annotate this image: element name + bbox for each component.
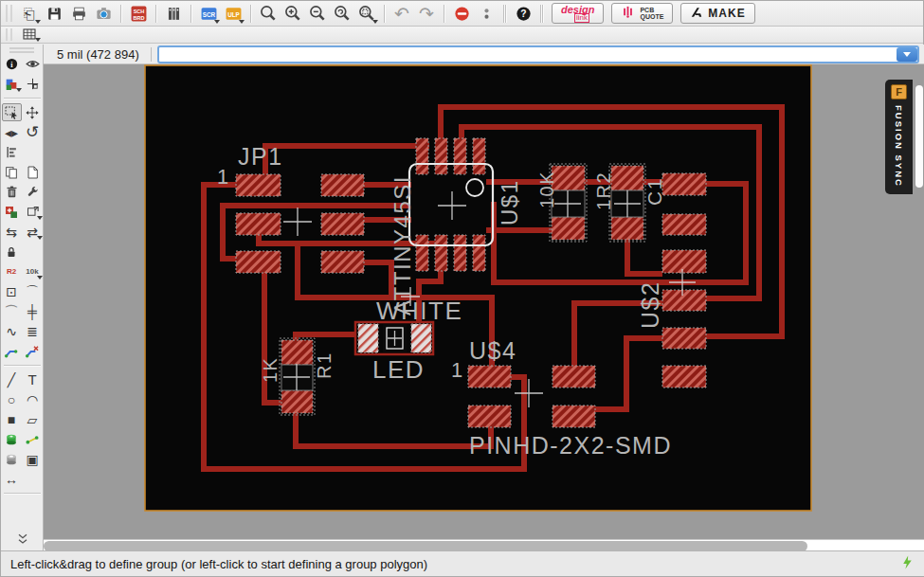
add-part-tool[interactable]: [2, 203, 22, 221]
width-tool[interactable]: ↔: [2, 470, 22, 488]
label-ic-name: ATTINY45SI: [390, 175, 415, 316]
circle-tool[interactable]: ○: [2, 390, 22, 408]
label-pinhd: PINHD-2X2-SMD: [469, 432, 672, 459]
label-u4-pin1: 1: [451, 358, 464, 382]
zoom-in-icon[interactable]: [281, 3, 304, 25]
change-tool[interactable]: [23, 183, 43, 201]
grid-toolbar-grip[interactable]: [6, 28, 12, 41]
zoom-select-icon[interactable]: [355, 3, 378, 25]
grid-icon[interactable]: [18, 27, 41, 43]
show-tool[interactable]: [23, 55, 43, 73]
split-tool[interactable]: ╪: [23, 302, 43, 320]
grid-toolbar: [1, 27, 923, 44]
redo-icon[interactable]: ↷: [415, 3, 438, 25]
svg-text:SCH: SCH: [133, 8, 144, 13]
design-link-button[interactable]: design link: [552, 3, 604, 24]
save-icon[interactable]: [43, 3, 65, 25]
zoom-out-icon[interactable]: [306, 3, 329, 25]
command-history-dropdown-icon[interactable]: [897, 47, 917, 62]
coordinate-display: 5 mil (472 894): [51, 47, 145, 62]
signal-tool[interactable]: [23, 430, 43, 448]
rotate-tool[interactable]: ↺: [23, 123, 43, 141]
label-jp1-pin1: 1: [217, 165, 230, 189]
print-icon[interactable]: [67, 3, 90, 25]
replace-tool[interactable]: [23, 203, 43, 221]
rect-tool[interactable]: ■: [2, 410, 22, 428]
status-message: Left-click&drag to define group (or left…: [10, 557, 899, 571]
export-icon[interactable]: ⎗: [18, 3, 41, 25]
pinswap-tool[interactable]: ⇆: [2, 223, 22, 241]
align-tool[interactable]: [2, 143, 22, 161]
meander-tool[interactable]: ∿: [2, 322, 22, 340]
svg-text:ULP: ULP: [227, 10, 240, 17]
lock-blank: [23, 243, 43, 261]
fusion-badge-icon: F: [891, 84, 907, 99]
mark-tool[interactable]: [23, 75, 43, 93]
smash-tool[interactable]: ⊡: [2, 282, 22, 300]
ulp-icon[interactable]: ULP: [222, 3, 245, 25]
status-bar: Left-click&drag to define group (or left…: [1, 550, 924, 576]
ripup-tool[interactable]: [23, 342, 43, 360]
pad-tool[interactable]: ▣: [23, 450, 43, 468]
pcb-quote-icon: [621, 5, 635, 22]
fusion-sync-tab[interactable]: F FUSION SYNC: [885, 80, 913, 194]
hole-tool[interactable]: [2, 450, 22, 468]
info-tool[interactable]: [2, 55, 22, 73]
script-icon[interactable]: SCR: [197, 3, 220, 25]
make-label: MAKE: [708, 7, 745, 20]
display-layers-tool[interactable]: [2, 75, 22, 93]
gateswap-tool[interactable]: ⇄: [23, 223, 43, 241]
svg-text:BRD: BRD: [133, 14, 144, 20]
paste-tool[interactable]: [23, 163, 43, 181]
pcb-quote-label: PCB QUOTE: [640, 7, 663, 20]
move-tool[interactable]: [23, 103, 43, 121]
pcb-quote-button[interactable]: PCB QUOTE: [611, 3, 673, 24]
label-r2: 1R2: [593, 171, 614, 210]
label-ic-ref: U$1: [497, 179, 522, 225]
miter2-tool[interactable]: ⌒: [2, 302, 22, 320]
help-icon[interactable]: [512, 3, 534, 25]
board-canvas[interactable]: JP1 1 ATTINY45SI U$1 10K 1R2 C1 U$2 WHIT…: [44, 64, 924, 539]
more-tools-chevron-icon[interactable]: [1, 532, 44, 547]
label-10k: 10K: [536, 171, 557, 208]
label-r1: R1: [314, 352, 335, 379]
vertical-scrollbar-thumb[interactable]: [915, 85, 923, 188]
ratsnest-tool[interactable]: ≣: [23, 322, 43, 340]
zoom-fit-icon[interactable]: [257, 3, 280, 25]
eagle-window: ⎗ SCH BRD SCR ULP ↶: [0, 0, 924, 577]
library-icon[interactable]: [162, 3, 185, 25]
label-c1: C1: [643, 177, 665, 206]
arc-tool[interactable]: ◠: [23, 390, 43, 408]
command-input-wrap: [157, 45, 919, 63]
go-icon[interactable]: [475, 3, 498, 25]
route-tool[interactable]: [2, 342, 22, 360]
tool-palette: ◂▸ ↺ ⇆ ⇄ R2 10k ⊡ ⌒ ⌒ ╪ ∿: [1, 45, 44, 552]
main-toolbar: ⎗ SCH BRD SCR ULP ↶: [1, 1, 923, 27]
name-tool[interactable]: R2: [2, 262, 22, 280]
wire-tool[interactable]: ╱: [2, 370, 22, 388]
toolbar-grip[interactable]: [6, 5, 12, 22]
make-button[interactable]: MAKE: [680, 3, 754, 24]
palette-grip[interactable]: [9, 47, 34, 53]
text-tool[interactable]: T: [23, 370, 43, 388]
via-tool[interactable]: [2, 430, 22, 448]
zoom-redraw-icon[interactable]: [331, 3, 353, 25]
autodesk-logo-icon: [690, 6, 703, 22]
stop-icon[interactable]: [450, 3, 473, 25]
miter-tool[interactable]: ⌒: [23, 282, 43, 300]
cam-processor-icon[interactable]: [92, 3, 115, 25]
undo-icon[interactable]: ↶: [390, 3, 413, 25]
delete-tool[interactable]: [2, 183, 22, 201]
value-tool[interactable]: 10k: [23, 262, 43, 280]
switch-schematic-board-icon[interactable]: SCH BRD: [127, 3, 150, 25]
svg-text:SCR: SCR: [202, 10, 215, 17]
mirror-tool[interactable]: ◂▸: [2, 123, 22, 141]
group-tool[interactable]: [2, 103, 22, 121]
copy-tool[interactable]: [2, 163, 22, 181]
lock-tool[interactable]: [2, 243, 22, 261]
command-bar: 5 mil (472 894): [44, 45, 924, 64]
sync-bolt-icon[interactable]: [899, 554, 915, 573]
polygon-tool[interactable]: ▱: [23, 410, 43, 428]
align-blank: [23, 143, 43, 161]
command-input[interactable]: [159, 48, 897, 61]
